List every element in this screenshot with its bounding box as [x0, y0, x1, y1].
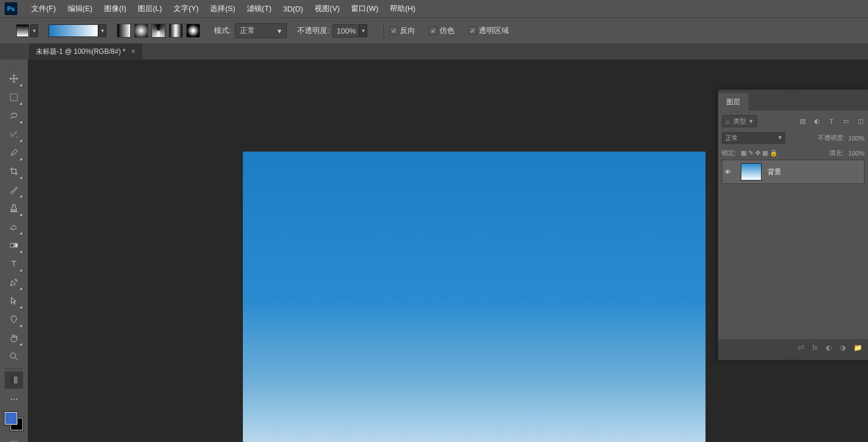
move-tool[interactable] — [5, 70, 23, 87]
menu-layer[interactable]: 图层(L) — [132, 0, 168, 17]
blend-mode-select[interactable]: 正常▾ — [235, 23, 287, 38]
gradient-tool[interactable] — [5, 237, 23, 254]
visibility-icon[interactable]: 👁 — [725, 168, 735, 175]
quickmask-button[interactable] — [5, 436, 23, 442]
eyedropper-tool[interactable] — [5, 144, 23, 161]
filter-type-icon[interactable]: T — [827, 117, 836, 126]
brush-tool[interactable] — [5, 181, 23, 198]
transparency-checkbox[interactable]: ✓ — [468, 27, 477, 35]
layers-panel-footer: ⮂ fx ◐ ◑ 📁 — [718, 339, 868, 356]
stamp-tool[interactable] — [5, 200, 23, 217]
gradient-diamond-button[interactable] — [186, 24, 200, 38]
menu-help[interactable]: 帮助(H) — [384, 0, 421, 17]
pen-tool[interactable] — [5, 274, 23, 291]
dither-label: 仿色 — [439, 25, 455, 36]
opacity-dropdown[interactable]: ▾ — [359, 24, 367, 37]
layer-thumbnail[interactable] — [741, 163, 762, 181]
transparency-label: 透明区域 — [479, 25, 509, 36]
gradient-radial-button[interactable] — [134, 24, 148, 38]
panel-grip[interactable]: :::: — [5, 65, 23, 70]
layers-empty-area — [722, 184, 865, 334]
menu-image[interactable]: 图像(I) — [98, 0, 132, 17]
tools-panel: :::: ⋯ — [0, 60, 28, 442]
link-layers-icon[interactable]: ⮂ — [797, 344, 804, 352]
menu-edit[interactable]: 编辑(E) — [62, 0, 98, 17]
opacity-field[interactable]: 100% — [333, 24, 359, 38]
layer-opacity-value[interactable]: 100% — [848, 135, 865, 142]
layer-fx-icon[interactable]: fx — [812, 344, 818, 352]
crop-tool[interactable] — [5, 163, 23, 180]
menu-bar: Ps 文件(F) 编辑(E) 图像(I) 图层(L) 文字(Y) 选择(S) 滤… — [0, 0, 868, 17]
layer-group-icon[interactable]: 📁 — [854, 344, 862, 352]
eraser-tool[interactable] — [5, 218, 23, 235]
layer-filter-type[interactable]: ⌕ 类型▾ — [722, 115, 757, 127]
layers-panel: :::::: 图层 ⌕ 类型▾ ▧ ◐ T ▭ ◫ 正常▾ 不透明度: 100%… — [718, 90, 868, 360]
edit-toolbar-button[interactable] — [5, 371, 23, 389]
shape-tool[interactable] — [5, 311, 23, 328]
panel-grip-bottom[interactable]: :::::: — [718, 356, 868, 360]
menu-type[interactable]: 文字(Y) — [168, 0, 204, 17]
filter-shape-icon[interactable]: ▭ — [841, 117, 850, 126]
lock-all-icon[interactable]: 🔒 — [770, 149, 778, 156]
filter-smart-icon[interactable]: ◫ — [856, 117, 865, 126]
fill-label: 填充: — [829, 149, 844, 157]
menu-view[interactable]: 视图(V) — [309, 0, 345, 17]
zoom-tool[interactable] — [5, 348, 23, 365]
menu-window[interactable]: 窗口(W) — [345, 0, 384, 17]
svg-rect-1 — [10, 244, 17, 247]
options-bar: ▾ ▾ 模式: 正常▾ 不透明度: 100% ▾ ✓ 反向 ✓ 仿色 ✓ 透明区… — [0, 17, 868, 43]
gradient-picker-dropdown[interactable]: ▾ — [98, 24, 106, 37]
layer-blend-select[interactable]: 正常▾ — [722, 132, 785, 144]
marquee-tool[interactable] — [5, 89, 23, 106]
document-tab-bar: 未标题-1 @ 100%(RGB/8#) * × — [0, 43, 868, 60]
tool-preset-dropdown[interactable]: ▾ — [30, 24, 38, 37]
lock-label: 锁定: — [722, 149, 736, 157]
adjustment-layer-icon[interactable]: ◑ — [840, 344, 845, 352]
foreground-color-swatch[interactable] — [5, 412, 17, 425]
gradient-linear-button[interactable] — [117, 24, 131, 38]
lock-transparent-icon[interactable]: ▩ — [741, 149, 747, 156]
gradient-reflected-button[interactable] — [169, 24, 183, 38]
lock-paint-icon[interactable]: ✎ — [748, 149, 754, 156]
hand-tool[interactable] — [5, 329, 23, 347]
color-swatches[interactable] — [5, 412, 23, 430]
reverse-checkbox[interactable]: ✓ — [390, 27, 398, 35]
filter-adjust-icon[interactable]: ◐ — [812, 117, 821, 126]
layer-row[interactable]: 👁 背景 — [722, 160, 865, 184]
document-tab-title: 未标题-1 @ 100%(RGB/8#) * — [36, 47, 125, 57]
close-icon[interactable]: × — [131, 47, 135, 56]
layers-tab[interactable]: 图层 — [718, 93, 748, 110]
search-icon: ⌕ — [726, 118, 730, 125]
dither-checkbox[interactable]: ✓ — [429, 27, 437, 35]
document-canvas[interactable] — [243, 152, 706, 442]
mode-label: 模式: — [214, 25, 231, 36]
opacity-label: 不透明度: — [297, 25, 330, 36]
app-logo: Ps — [5, 2, 17, 15]
menu-3d[interactable]: 3D(D) — [277, 0, 309, 17]
menu-select[interactable]: 选择(S) — [204, 0, 241, 17]
filter-pixel-icon[interactable]: ▧ — [798, 117, 807, 126]
lasso-tool[interactable] — [5, 107, 23, 124]
lock-position-icon[interactable]: ✥ — [755, 149, 760, 156]
gradient-editor-swatch[interactable] — [49, 24, 98, 37]
layer-opacity-label: 不透明度: — [818, 134, 845, 142]
divider — [383, 23, 384, 39]
lock-artboard-icon[interactable]: ▦ — [762, 149, 768, 156]
layer-name[interactable]: 背景 — [767, 167, 781, 177]
magic-wand-tool[interactable] — [5, 126, 23, 143]
layer-mask-icon[interactable]: ◐ — [826, 344, 832, 352]
svg-rect-0 — [10, 94, 17, 101]
menu-file[interactable]: 文件(F) — [25, 0, 62, 17]
menu-filter[interactable]: 滤镜(T) — [241, 0, 278, 17]
toolbar-more[interactable]: ⋯ — [5, 390, 23, 407]
svg-point-2 — [10, 353, 16, 358]
svg-rect-4 — [10, 377, 14, 384]
fill-value[interactable]: 100% — [848, 150, 865, 157]
gradient-angle-button[interactable] — [152, 24, 165, 38]
tool-preset-swatch[interactable] — [16, 24, 29, 37]
separator — [5, 369, 23, 369]
type-tool[interactable] — [5, 255, 23, 272]
reverse-label: 反向 — [400, 25, 415, 36]
document-tab[interactable]: 未标题-1 @ 100%(RGB/8#) * × — [29, 43, 142, 60]
path-select-tool[interactable] — [5, 292, 23, 310]
